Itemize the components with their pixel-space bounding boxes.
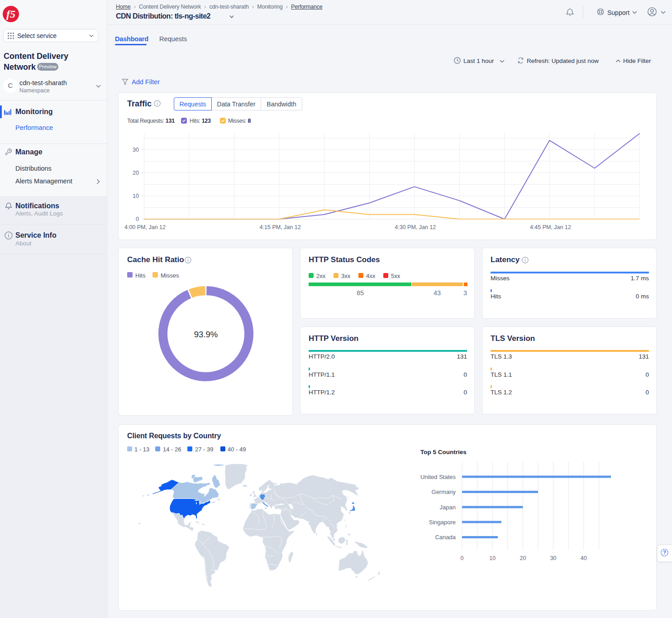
- svg-text:4:45 PM, Jan 12: 4:45 PM, Jan 12: [530, 224, 571, 230]
- svg-text:Singapore: Singapore: [429, 519, 456, 526]
- svg-text:10: 10: [133, 193, 139, 199]
- svg-text:4:30 PM, Jan 12: 4:30 PM, Jan 12: [395, 224, 436, 230]
- svg-text:0: 0: [461, 555, 464, 561]
- svg-text:Germany: Germany: [432, 489, 456, 495]
- svg-text:f5: f5: [6, 8, 15, 20]
- svg-text:United States: United States: [420, 474, 456, 480]
- svg-text:Canada: Canada: [435, 534, 456, 541]
- svg-text:30: 30: [133, 147, 139, 153]
- svg-text:40: 40: [581, 555, 587, 561]
- svg-text:0: 0: [136, 216, 139, 222]
- svg-text:Japan: Japan: [440, 504, 456, 511]
- svg-text:30: 30: [550, 555, 557, 561]
- svg-text:10: 10: [489, 555, 496, 561]
- svg-text:20: 20: [519, 555, 526, 561]
- svg-text:20: 20: [133, 170, 139, 176]
- svg-text:?: ?: [663, 550, 666, 555]
- svg-text:4:15 PM, Jan 12: 4:15 PM, Jan 12: [260, 224, 301, 230]
- svg-text:4:00 PM, Jan 12: 4:00 PM, Jan 12: [124, 224, 166, 230]
